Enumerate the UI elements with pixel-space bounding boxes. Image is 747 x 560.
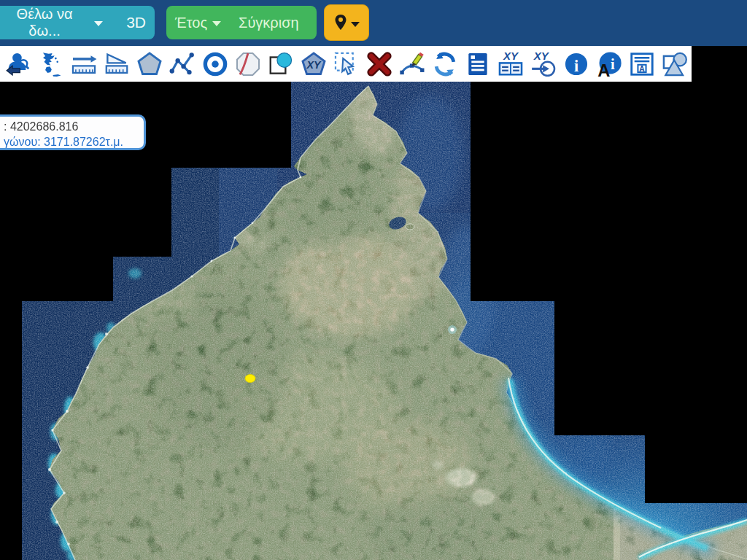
xy-goto-icon[interactable]: XY — [527, 48, 560, 80]
polygon-area-readout: γώνου: 3171.87262τ.μ. — [4, 134, 138, 149]
edit-vertices-icon[interactable] — [395, 48, 428, 80]
info-attributes-icon[interactable]: i A — [592, 48, 625, 80]
location-pin-dropdown[interactable] — [324, 4, 369, 41]
year-dropdown[interactable]: Έτος — [166, 6, 230, 39]
greece-map-icon[interactable] — [34, 48, 67, 80]
labels-icon[interactable]: A — [625, 48, 658, 80]
map-toolbar: XY — [0, 46, 692, 82]
measure-distance-icon[interactable] — [67, 48, 100, 80]
compare-button[interactable]: Σύγκριση — [230, 6, 308, 39]
xy-glyph: XY — [533, 50, 549, 62]
geometry-shapes-icon[interactable] — [658, 48, 691, 80]
three-d-label: 3D — [126, 14, 146, 31]
year-label: Έτος — [175, 15, 207, 31]
draw-polygon-icon[interactable] — [133, 48, 166, 80]
draw-point-bullseye-icon[interactable] — [198, 48, 231, 80]
a-glyph: A — [639, 64, 645, 72]
draw-polyline-icon[interactable] — [166, 48, 198, 80]
three-d-button[interactable]: 3D — [117, 6, 155, 39]
xy-glyph: XY — [502, 50, 519, 62]
map-marker[interactable] — [245, 375, 255, 383]
chevron-down-icon — [94, 21, 103, 26]
info-icon[interactable]: i — [560, 48, 592, 80]
buffer-icon[interactable] — [264, 48, 297, 80]
select-icon[interactable] — [330, 48, 363, 80]
measurement-infobox: : 4202686.816 γώνου: 3171.87262τ.μ. — [0, 114, 146, 150]
xy-glyph: XY — [306, 58, 322, 70]
map-canvas[interactable] — [0, 82, 747, 560]
refresh-icon[interactable] — [428, 48, 461, 80]
year-compare-group: Έτος Σύγκριση — [166, 6, 317, 39]
toolbar-row: XY — [0, 46, 747, 82]
chevron-down-icon — [351, 22, 360, 27]
want-to-see-dropdown[interactable]: Θέλω να δω... — [0, 6, 112, 39]
xy-table-icon[interactable]: XY — [494, 48, 527, 80]
location-pin-icon — [334, 14, 347, 31]
chevron-down-icon — [212, 21, 221, 26]
want-to-see-label: Θέλω να δω... — [0, 6, 89, 39]
measure-area-icon[interactable] — [100, 48, 133, 80]
coordinate-readout: : 4202686.816 — [4, 119, 138, 134]
delete-icon[interactable] — [363, 48, 395, 80]
polygon-xy-icon[interactable]: XY — [297, 48, 330, 80]
report-icon[interactable] — [461, 48, 494, 80]
i-glyph: i — [573, 56, 578, 74]
view-button-group: Θέλω να δω... 3D — [0, 6, 155, 39]
cut-polygon-icon[interactable] — [231, 48, 264, 80]
i-glyph: i — [610, 56, 614, 72]
satellite-map — [0, 82, 747, 560]
app-window: Θέλω να δω... 3D Έτος Σύγκριση — [0, 0, 747, 560]
top-navigation-bar: Θέλω να δω... 3D Έτος Σύγκριση — [0, 0, 747, 46]
search-person-back-icon[interactable] — [1, 48, 34, 80]
a-glyph: A — [597, 60, 610, 77]
compare-label: Σύγκριση — [239, 15, 299, 31]
